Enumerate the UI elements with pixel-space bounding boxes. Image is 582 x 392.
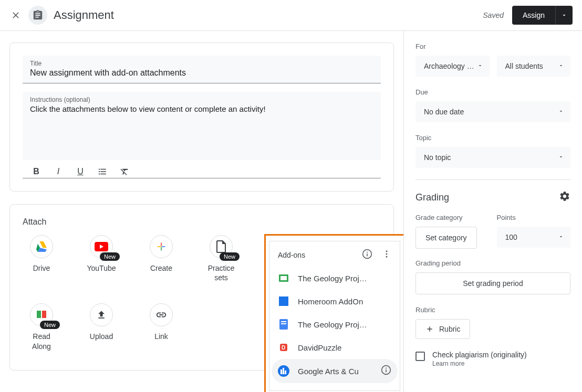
svg-rect-9	[281, 323, 286, 324]
info-icon[interactable]	[381, 365, 391, 377]
grade-category-label: Grade category	[415, 214, 490, 221]
points-label: Points	[497, 214, 571, 221]
svg-point-3	[386, 253, 388, 255]
svg-rect-6	[280, 276, 287, 280]
addon-app-icon	[278, 295, 289, 307]
addons-list[interactable]: The Geology Proj… Homeroom AddOn The Geo…	[269, 267, 400, 390]
students-select[interactable]: All students	[497, 56, 571, 77]
addon-app-icon: D	[278, 342, 289, 353]
addon-item-highlighted[interactable]: Google Arts & Cu	[272, 359, 398, 383]
addons-panel: Add-ons The Ge	[264, 234, 403, 392]
attach-label-text: YouTube	[87, 263, 116, 273]
addon-app-icon	[278, 272, 289, 284]
instructions-field[interactable]: Instructions (optional) Click the attach…	[23, 92, 381, 160]
for-label: For	[415, 43, 570, 50]
attach-youtube[interactable]: New YouTube	[82, 235, 120, 282]
instructions-label: Instructions (optional)	[30, 96, 373, 103]
new-badge: New	[100, 252, 120, 261]
close-button[interactable]	[9, 9, 22, 22]
addon-item[interactable]: Homeroom AddOn	[269, 290, 400, 313]
topic-select[interactable]: No topic	[415, 147, 570, 168]
due-value: No due date	[424, 108, 464, 116]
attach-create[interactable]: Create	[142, 235, 180, 282]
attach-read-along[interactable]: New Read Along	[23, 303, 60, 351]
set-category-button[interactable]: Set category	[415, 227, 477, 249]
saved-status: Saved	[483, 11, 504, 19]
caret-down-icon	[558, 153, 564, 162]
right-panel: For Archaeology … All students Due No du…	[403, 31, 582, 392]
attach-drive[interactable]: Drive	[23, 235, 60, 282]
attach-label-text: Read Along	[23, 332, 60, 351]
attach-label-text: Practice sets	[202, 263, 240, 282]
caret-down-icon	[558, 108, 564, 116]
content-card: Title New assignment with add-on attachm…	[9, 43, 394, 192]
title-label: Title	[30, 60, 373, 67]
addon-name: DavidPuzzle	[298, 343, 341, 352]
addon-name: Google Arts & Cu	[298, 367, 372, 376]
due-label: Due	[415, 88, 570, 96]
more-icon[interactable]	[382, 249, 391, 261]
attach-practice-sets[interactable]: New Practice sets	[202, 235, 240, 282]
attach-upload[interactable]: Upload	[82, 303, 120, 351]
upload-icon	[90, 303, 113, 326]
attach-label-text: Link	[154, 332, 168, 341]
addon-item[interactable]: The Geology Proj…	[269, 267, 400, 290]
new-badge: New	[220, 252, 240, 261]
rubric-button[interactable]: Rubric	[415, 319, 470, 339]
grading-title: Grading	[415, 192, 449, 203]
bullet-list-button[interactable]	[96, 165, 109, 178]
divider	[415, 179, 570, 180]
points-select[interactable]: 100	[497, 227, 571, 248]
assign-dropdown-button[interactable]	[555, 6, 573, 25]
assign-button-group: Assign	[512, 6, 573, 25]
class-select[interactable]: Archaeology …	[415, 56, 490, 77]
attach-label-text: Upload	[90, 332, 113, 341]
svg-rect-8	[281, 321, 286, 322]
instructions-value: Click the attachments below to view cont…	[30, 104, 373, 113]
caret-down-icon	[558, 62, 564, 70]
set-grading-period-button[interactable]: Set grading period	[415, 272, 570, 294]
info-icon[interactable]	[362, 249, 372, 261]
addon-item[interactable]: The Geology Proj…	[269, 313, 400, 336]
learn-more-link[interactable]: Learn more	[432, 360, 527, 367]
read-along-icon: New	[30, 303, 53, 326]
attach-label-text: Drive	[33, 263, 50, 273]
plagiarism-label: Check plagiarism (originality)	[432, 351, 527, 359]
bold-button[interactable]: B	[30, 165, 43, 178]
clear-format-button[interactable]	[118, 165, 131, 178]
due-select[interactable]: No due date	[415, 101, 570, 122]
addon-item[interactable]: D DavidPuzzle	[269, 336, 400, 359]
create-icon	[150, 235, 173, 258]
practice-sets-icon: New	[210, 235, 233, 258]
addon-app-icon	[278, 319, 289, 330]
header: Assignment Saved Assign	[0, 0, 582, 31]
addons-title: Add-ons	[278, 251, 305, 259]
assign-button[interactable]: Assign	[512, 6, 555, 25]
attach-link[interactable]: Link	[142, 303, 180, 351]
caret-down-icon	[558, 233, 564, 241]
addon-name: The Geology Proj…	[298, 320, 367, 329]
left-panel: Title New assignment with add-on attachm…	[0, 31, 403, 392]
settings-icon[interactable]	[559, 190, 570, 204]
underline-button[interactable]: U	[74, 165, 87, 178]
format-toolbar: B I U	[23, 160, 381, 178]
page-title: Assignment	[54, 8, 114, 22]
addon-name: The Geology Proj…	[298, 274, 367, 283]
addon-app-icon	[278, 365, 289, 377]
students-value: All students	[505, 62, 543, 70]
svg-text:D: D	[282, 345, 285, 351]
drive-icon	[30, 235, 53, 258]
italic-button[interactable]: I	[52, 165, 65, 178]
attach-label-text: Create	[150, 263, 172, 273]
attach-grid: Drive New YouTube Create	[23, 235, 248, 351]
plagiarism-checkbox[interactable]	[415, 352, 425, 361]
new-badge: New	[40, 321, 60, 329]
svg-point-2	[386, 250, 388, 252]
plus-icon	[425, 325, 434, 333]
rubric-label: Rubric	[415, 306, 570, 314]
assignment-icon	[28, 6, 47, 25]
points-value: 100	[505, 233, 517, 241]
title-field[interactable]: Title New assignment with add-on attachm…	[23, 56, 381, 83]
topic-value: No topic	[424, 153, 451, 162]
attach-label: Attach	[23, 217, 381, 227]
